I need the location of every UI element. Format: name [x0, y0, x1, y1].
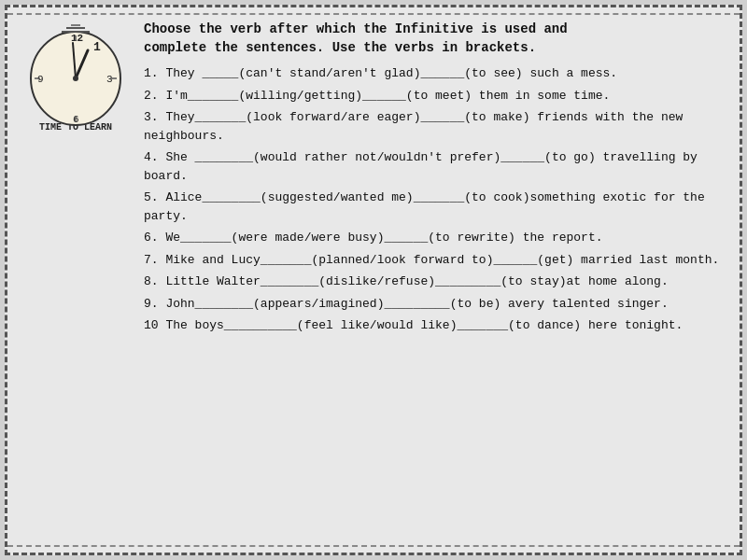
svg-text:1: 1: [93, 40, 101, 54]
sentences-list: 1. They _____(can't stand/aren't glad)__…: [144, 64, 732, 339]
sentence-number: 6.: [144, 231, 159, 245]
right-panel: Choose the verb after which the Infiniti…: [144, 21, 732, 539]
list-item: 2. I'm_______(willing/getting)______(to …: [144, 87, 732, 105]
svg-text:9: 9: [37, 74, 44, 85]
sentence-number: 9.: [144, 297, 159, 311]
sentence-number: 2.: [144, 89, 159, 103]
svg-point-8: [73, 76, 78, 81]
sentence-number: 7.: [144, 253, 159, 267]
sentence-number: 8.: [144, 274, 159, 288]
clock-container: 12 3 6 9 1: [24, 24, 127, 127]
list-item: 7. Mike and Lucy_______(planned/look for…: [144, 251, 732, 270]
left-panel: 12 3 6 9 1: [15, 21, 136, 539]
list-item: 4. She ________(would rather not/wouldn'…: [144, 148, 732, 185]
sentence-number: 3.: [144, 110, 159, 124]
svg-text:3: 3: [106, 74, 113, 85]
instruction-text: Choose the verb after which the Infiniti…: [144, 21, 732, 57]
list-item: 5. Alice________(suggested/wanted me)___…: [144, 189, 732, 225]
sentence-number: 4.: [144, 150, 159, 164]
clock-svg: 12 3 6 9 1: [24, 24, 127, 127]
sentence-number: 1.: [144, 66, 159, 80]
bottom-border: [7, 545, 740, 553]
list-item: 8. Little Walter________(dislike/refuse)…: [144, 273, 732, 291]
sentence-number: 10: [144, 318, 159, 332]
top-border: [7, 7, 740, 15]
list-item: 6. We_______(were made/were busy)______(…: [144, 229, 732, 247]
list-item: 1. They _____(can't stand/aren't glad)__…: [144, 64, 732, 83]
content-area: 12 3 6 9 1: [7, 15, 740, 545]
list-item: 9. John________(appears/imagined)_______…: [144, 295, 732, 314]
list-item: 10 The boys__________(feel like/would li…: [144, 316, 732, 335]
list-item: 3. They_______(look forward/are eager)__…: [144, 108, 732, 145]
sentence-number: 5.: [144, 190, 159, 204]
main-container: 12 3 6 9 1: [5, 5, 742, 555]
